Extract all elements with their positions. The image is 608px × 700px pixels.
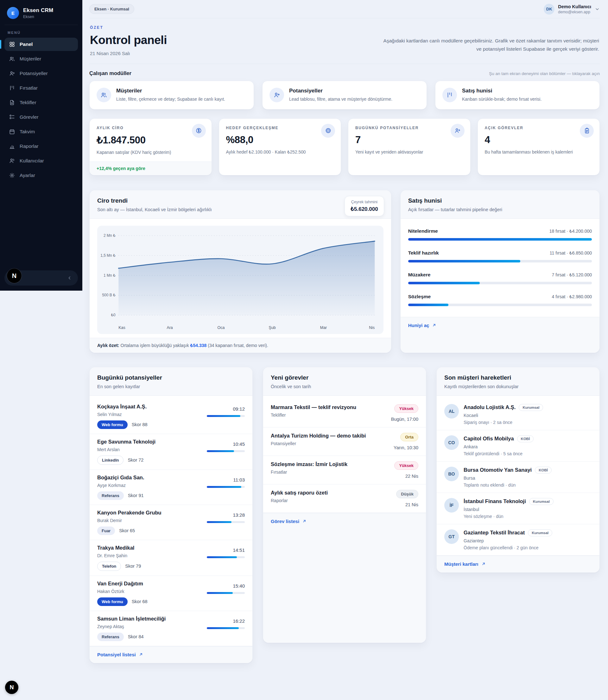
sidebar-item-label: Fırsatlar: [20, 85, 38, 91]
footnote-text: Ortalama işlem büyüklüğü yaklaşık: [119, 343, 190, 348]
activity-row[interactable]: GT Gaziantep Tekstil İhracat Kurumsal Ga…: [437, 524, 600, 556]
task-row[interactable]: Aylık satış raporu özeti Raporlar Düşük …: [263, 484, 426, 513]
lead-row[interactable]: Trakya Medikal Dr. Emre Şahin Telefon Sk…: [90, 540, 252, 576]
sidebar-item[interactable]: Fırsatlar: [4, 81, 78, 95]
task-row[interactable]: Marmara Tekstil — teklif revizyonu Tekli…: [263, 399, 426, 427]
sidebar-item-label: Görevler: [20, 114, 38, 120]
customer-city: Ankara: [463, 444, 534, 449]
module-title: Potansiyeller: [289, 88, 392, 94]
user-menu[interactable]: DK Demo Kullanıcı demo@eksen.app: [544, 4, 600, 15]
sidebar-item[interactable]: Panel: [4, 38, 78, 51]
lead-row[interactable]: Samsun Liman İşletmeciliği Zeynep Aktaş …: [90, 611, 252, 646]
activity-row[interactable]: BO Bursa Otomotiv Yan Sanayi KOBİ Bursa …: [437, 462, 600, 493]
module-card[interactable]: Satış hunisi Kanban sürükle-bırak; demo …: [435, 81, 600, 110]
chevron-left-icon[interactable]: [67, 275, 72, 280]
lead-time: 16:22: [204, 618, 245, 624]
svg-text:Ara: Ara: [167, 326, 173, 330]
bottom-row: Bugünkü potansiyeller En son gelen kayıt…: [89, 367, 600, 663]
task-due: Bugün, 17:00: [371, 417, 418, 422]
kpi-description: Bu hafta tamamlanması beklenen iş kaleml…: [485, 149, 593, 155]
lead-score: Skor 68: [132, 599, 148, 604]
sidebar-item[interactable]: Raporlar: [4, 140, 78, 153]
page-date: 21 Nisan 2026 Salı: [90, 51, 167, 56]
sidebar-item[interactable]: Potansiyeller: [4, 67, 78, 80]
funnel-stage-label: Nitelendirme: [408, 228, 438, 234]
activity-row[interactable]: CO Capitol Ofis Mobilya KOBİ Ankara Tekl…: [437, 430, 600, 462]
task-list-link[interactable]: Görev listesi: [271, 519, 306, 524]
quarter-forecast-badge: Çeyrek tahmini ₺5.620.000: [344, 196, 384, 216]
lead-source-badge: Web formu: [97, 421, 128, 429]
task-priority-badge: Yüksek: [394, 404, 418, 413]
task-due: Yarın, 10:30: [371, 445, 418, 450]
dev-tools-badge[interactable]: N: [7, 269, 21, 283]
sidebar-item[interactable]: Görevler: [4, 111, 78, 124]
kpi-icon: [580, 124, 594, 138]
lead-row[interactable]: Ege Savunma Teknoloji Mert Arslan Linked…: [90, 434, 252, 470]
svg-text:1,5 Mn ₺: 1,5 Mn ₺: [100, 253, 116, 257]
customer-cards-link[interactable]: Müşteri kartları: [444, 561, 486, 567]
kpi-cards: AYLIK CİRO ₺1.847.500 Kapanan satışlar (…: [89, 118, 600, 175]
activity-row[interactable]: AL Anadolu Lojistik A.Ş. Kurumsal Kocael…: [437, 399, 600, 430]
lead-score-track: [207, 556, 245, 558]
customer-avatar: CO: [444, 435, 459, 450]
sidebar-item[interactable]: Teklifler: [4, 96, 78, 109]
sidebar-item-icon: [9, 85, 15, 91]
sidebar-item[interactable]: Müşteriler: [4, 52, 78, 65]
lead-list-link[interactable]: Potansiyel listesi: [97, 652, 143, 657]
new-tasks-title: Yeni görevler: [271, 374, 418, 381]
lead-score: Skor 65: [119, 528, 135, 533]
sidebar-item[interactable]: Takvim: [4, 125, 78, 138]
funnel-bar-fill: [408, 260, 520, 262]
kpi-value: %88,0: [226, 134, 334, 145]
brand: E Eksen CRM Eksen: [4, 6, 78, 25]
customer-name: İstanbul Finans Teknoloji: [463, 498, 526, 504]
sidebar-item-label: Panel: [20, 41, 33, 47]
sidebar-item[interactable]: Kullanıcılar: [4, 154, 78, 168]
kpi-trend-text: +12,4% geçen aya göre: [97, 166, 145, 171]
sales-funnel-card: Satış hunisi Açık fırsatlar — tutarlar t…: [400, 190, 600, 353]
activity-row[interactable]: İF İstanbul Finans Teknoloji Kurumsal İs…: [437, 493, 600, 524]
lead-score-fill: [207, 415, 240, 417]
new-tasks-footer: Görev listesi: [263, 513, 426, 643]
arrow-up-right-icon: [432, 323, 436, 327]
sales-funnel-subtitle: Açık fırsatlar — tutarlar tahmini pipeli…: [408, 207, 592, 212]
new-tasks-header: Yeni görevler Öncelik ve son tarih: [263, 367, 426, 396]
lead-row[interactable]: Kanyon Perakende Grubu Burak Demir Fuar …: [90, 505, 252, 540]
arrow-up-right-icon: [302, 519, 306, 523]
module-icon: [269, 88, 284, 102]
chevron-down-icon[interactable]: [595, 7, 600, 12]
sidebar-item-icon: [9, 172, 15, 179]
svg-text:1 Mn ₺: 1 Mn ₺: [103, 273, 116, 277]
todays-leads-title: Bugünkü potansiyeller: [97, 374, 245, 381]
dev-tools-float-badge[interactable]: N: [5, 681, 18, 694]
module-card[interactable]: Potansiyeller Lead tablosu, filtre, atam…: [262, 81, 427, 110]
lead-row[interactable]: Koçkaya İnşaat A.Ş. Selin Yılmaz Web for…: [90, 399, 252, 434]
footnote-bold: Aylık özet:: [97, 343, 119, 348]
lead-row[interactable]: Boğaziçi Gıda San. Ayşe Korkmaz Referans…: [90, 470, 252, 505]
funnel-bar-fill: [408, 238, 592, 240]
module-icon: [442, 88, 457, 102]
main-content: Eksen · Kurumsal DK Demo Kullanıcı demo@…: [82, 0, 608, 663]
sidebar-item[interactable]: Ayarlar: [4, 169, 78, 182]
brand-logo: E: [7, 7, 19, 19]
customer-activity-header: Son müşteri hareketleri Kayıtlı müşteril…: [437, 367, 600, 396]
lead-row[interactable]: Van Enerji Dağıtım Hakan Öztürk Web form…: [90, 576, 252, 611]
lead-time: 13:28: [204, 512, 245, 518]
module-card[interactable]: Müşteriler Liste, filtre, çekmece ve det…: [89, 81, 254, 110]
funnel-bar-fill: [408, 304, 449, 306]
sales-funnel-title: Satış hunisi: [408, 197, 592, 204]
task-row[interactable]: Sözleşme imzası: İzmir Lojistik Fırsatla…: [263, 456, 426, 484]
modules-label: Çalışan modüller: [89, 70, 131, 76]
revenue-trend-chart: ₺0500 B ₺1 Mn ₺1,5 Mn ₺2 Mn ₺KasAraOcaŞu…: [98, 230, 380, 333]
customer-activity-title: Son müşteri hareketleri: [444, 374, 592, 381]
sidebar-item-label: Müşteriler: [20, 56, 41, 62]
kpi-card: AÇIK GÖREVLER 4 Bu hafta tamamlanması be…: [477, 118, 600, 175]
task-row[interactable]: Antalya Turizm Holding — demo takibi Pot…: [263, 427, 426, 456]
customer-note: Teklif görüntülendi · 5 sa önce: [463, 451, 534, 456]
kpi-description: Yeni kayıt ve yeniden aktivasyonlar: [355, 149, 463, 155]
revenue-trend-title: Ciro trendi: [97, 197, 383, 204]
open-funnel-link[interactable]: Huniyi aç: [408, 323, 437, 328]
sidebar-collapse-bar[interactable]: N: [4, 270, 78, 286]
task-priority-badge: Düşük: [396, 490, 418, 498]
modules-header: Çalışan modüller Şu an tam ekran deneyim…: [89, 70, 600, 76]
